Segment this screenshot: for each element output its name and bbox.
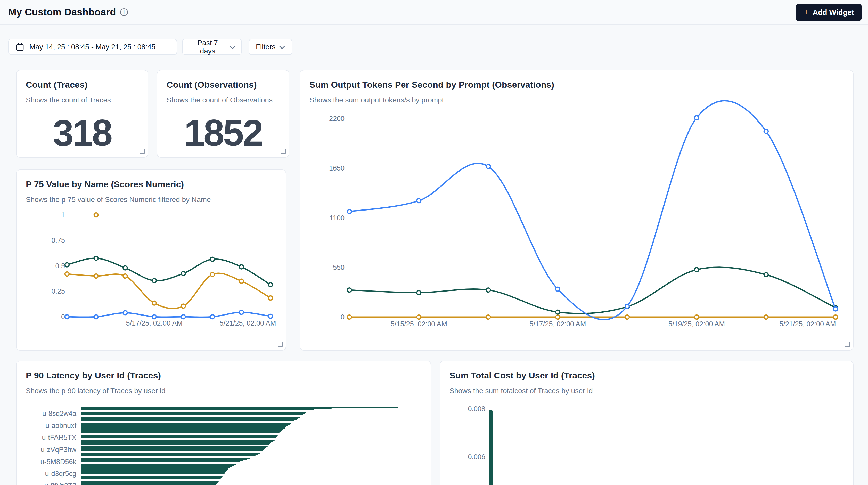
data-point-marker (65, 263, 69, 267)
line-series (349, 267, 836, 313)
y-axis-category-label: u-d3qr5cg (45, 469, 76, 478)
y-axis-tick: 1100 (330, 214, 344, 222)
latency-bar (81, 462, 238, 463)
info-icon[interactable]: i (120, 8, 128, 16)
data-point-marker (65, 272, 69, 276)
latency-bar (81, 478, 221, 479)
latency-bar (81, 424, 290, 425)
data-point-marker (152, 301, 156, 305)
data-point-marker (65, 315, 69, 319)
latency-bar (81, 457, 253, 457)
chevron-down-icon (230, 43, 236, 49)
latency-bar (81, 448, 265, 449)
date-range-button[interactable]: May 14, 25 : 08:45 - May 21, 25 : 08:45 (8, 39, 177, 55)
data-point-marker (269, 314, 273, 319)
widget-subtitle: Shows the count of Traces (26, 96, 148, 104)
page-title: My Custom Dashboard (8, 7, 116, 18)
x-axis-tick: 5/17/25, 02:00 AM (529, 320, 586, 328)
data-point-marker (347, 288, 351, 292)
y-axis-tick: 0.5 (55, 262, 65, 270)
add-widget-label: Add Widget (812, 8, 854, 17)
latency-bar (81, 483, 217, 484)
latency-bar (81, 459, 247, 460)
data-point-marker (94, 274, 98, 278)
latency-bar (81, 470, 227, 471)
latency-bar (81, 454, 258, 455)
time-preset-button[interactable]: Past 7 days (182, 39, 242, 55)
resize-handle[interactable] (278, 342, 283, 347)
widget-title: Count (Traces) (26, 80, 148, 90)
resize-handle[interactable] (845, 342, 850, 347)
count-value: 318 (17, 112, 148, 154)
widget-count-observations: Count (Observations) Shows the count of … (157, 70, 289, 158)
latency-bar (81, 476, 222, 477)
filters-button[interactable]: Filters (249, 39, 292, 55)
data-point-marker (123, 274, 127, 278)
latency-bar (81, 423, 291, 424)
latency-bar (81, 437, 276, 438)
y-axis-tick: 2200 (329, 115, 344, 123)
y-axis-tick: 0 (61, 313, 65, 321)
latency-bar (81, 417, 300, 417)
latency-bar (81, 450, 263, 451)
data-point-marker (123, 311, 127, 315)
latency-bar (81, 480, 220, 480)
x-axis-tick: 5/15/25, 02:00 AM (391, 320, 447, 328)
data-point-marker (417, 199, 421, 203)
widget-title: Sum Total Cost by User Id (Traces) (450, 370, 853, 381)
latency-bar (81, 441, 273, 442)
data-point-marker (210, 257, 215, 261)
latency-bar (81, 447, 267, 448)
filters-label: Filters (256, 43, 275, 51)
y-axis-category-label: u-8sq2w4a (42, 409, 76, 418)
resize-handle[interactable] (140, 149, 145, 154)
widget-p90-latency: P 90 Latency by User Id (Traces) Shows t… (16, 361, 431, 485)
data-point-marker (269, 283, 273, 287)
widget-title: Count (Observations) (166, 80, 289, 90)
latency-bar (81, 411, 309, 412)
latency-bar (81, 410, 314, 410)
add-widget-button[interactable]: + Add Widget (796, 4, 862, 21)
latency-bar (81, 445, 269, 445)
latency-bar (81, 427, 285, 428)
data-point-marker (181, 304, 185, 308)
count-value: 1852 (157, 112, 289, 154)
latency-bar (81, 458, 250, 458)
data-point-marker (486, 315, 491, 319)
data-point-marker (695, 268, 699, 272)
data-point-marker (152, 279, 156, 283)
data-point-marker (695, 116, 699, 120)
y-axis-tick: 0.25 (51, 287, 65, 295)
latency-bar (81, 482, 218, 483)
latency-bar (81, 449, 264, 450)
y-axis-tick: 1 (61, 211, 65, 219)
y-axis-tick: 0 (341, 313, 344, 321)
calendar-icon (16, 42, 24, 51)
data-point-marker (94, 256, 98, 260)
data-point-marker (239, 279, 243, 283)
x-axis-tick: 5/17/25, 02:00 AM (126, 320, 183, 327)
latency-bar (81, 416, 302, 416)
p75-line-chart: 00.250.50.7515/17/25, 02:00 AM5/21/25, 0… (17, 170, 286, 351)
latency-bar (81, 466, 232, 467)
y-axis-category-label: u-aobnuxf (45, 421, 76, 430)
data-point-marker (556, 287, 560, 291)
latency-bar (81, 481, 219, 481)
latency-bar (81, 468, 228, 469)
latency-bar (81, 446, 268, 447)
latency-bar (81, 414, 303, 415)
data-point-marker (486, 164, 491, 169)
latency-bar (81, 426, 286, 427)
data-point-marker (239, 310, 243, 314)
data-point-marker (486, 288, 491, 292)
data-point-marker (833, 307, 838, 311)
latency-bar (81, 436, 277, 437)
time-preset-label: Past 7 days (189, 39, 226, 55)
latency-bar (81, 465, 234, 466)
y-axis-tick: 0.75 (51, 237, 65, 244)
resize-handle[interactable] (281, 149, 286, 154)
latency-bar (81, 418, 298, 419)
widget-subtitle: Shows the p 90 latency of Traces by user… (26, 387, 431, 395)
x-axis-tick: 5/21/25, 02:00 AM (779, 320, 836, 328)
latency-bar (81, 452, 262, 453)
